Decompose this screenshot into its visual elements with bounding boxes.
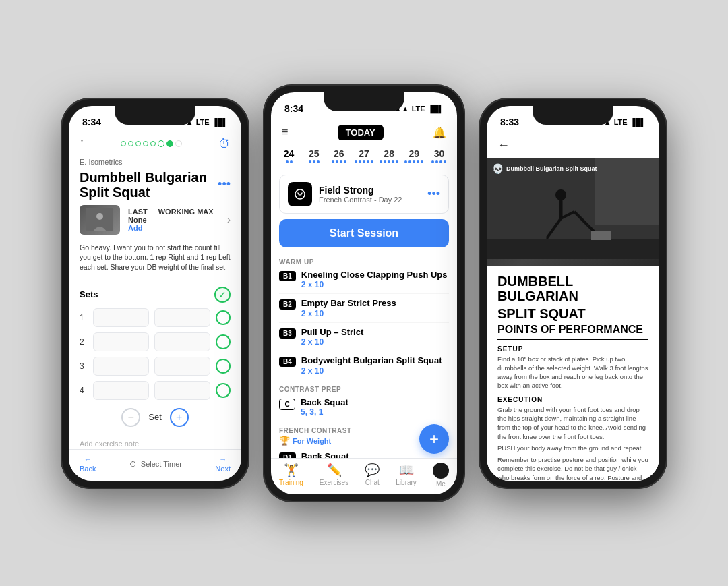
set-2-complete-icon[interactable] [216, 334, 231, 349]
exercise-item-b3[interactable]: B3 Pull Up – Strict 2 x 10 [279, 323, 449, 352]
time-phone3: 8:33 [500, 117, 519, 127]
exercise-item-b1[interactable]: B1 Kneeling Close Clapping Push Ups 2 x … [279, 266, 449, 295]
carrier-label: LTE [196, 118, 210, 126]
section-contrast-prep: CONTRAST PREP C Back Squat 5, 3, 1 [279, 380, 449, 422]
timer-icon[interactable]: ⏱ [218, 137, 231, 151]
set-row-1: 1 [69, 305, 241, 330]
dot-1 [121, 141, 126, 146]
chevron-right-icon[interactable]: › [227, 214, 231, 226]
svg-rect-5 [595, 158, 659, 225]
exercise-sets-b3: 2 x 10 [301, 337, 363, 347]
tab-chat[interactable]: 💬 Chat [365, 463, 380, 488]
remove-set-button[interactable]: − [121, 408, 140, 427]
tab-training[interactable]: 🏋 Training [279, 463, 303, 488]
exercise-info-b4: Bodyweight Bulgarian Split Squat 2 x 10 [301, 355, 442, 376]
p2-header: ≡ TODAY 🔔 [271, 119, 457, 143]
svg-point-2 [299, 194, 301, 195]
set-3-complete-icon[interactable] [216, 359, 231, 374]
set-1-input-weight[interactable] [93, 308, 149, 327]
exercises-tab-icon: ✏️ [327, 463, 342, 477]
set-1-input-reps[interactable] [154, 308, 210, 327]
set-1-complete-icon[interactable] [216, 310, 231, 325]
execution-body-1: Grab the ground with your front foot toe… [497, 405, 648, 441]
calendar-day-27[interactable]: 27 [351, 146, 376, 166]
calendar-day-24[interactable]: 24 [276, 146, 301, 166]
calendar-day-25[interactable]: 25 [301, 146, 326, 166]
add-exercise-fab[interactable]: + [419, 424, 449, 454]
working-max-stat: WORKING MAX [158, 208, 214, 232]
set-4-input-weight[interactable] [93, 381, 149, 400]
set-3-input-reps[interactable] [154, 357, 210, 376]
back-button-p3[interactable]: ← [487, 133, 659, 158]
exercise-item-b4[interactable]: B4 Bodyweight Bulgarian Split Squat 2 x … [279, 351, 449, 380]
today-badge: TODAY [338, 125, 384, 140]
tab-library[interactable]: 📖 Library [396, 463, 417, 488]
last-stat: LAST None Add [128, 208, 148, 232]
add-link[interactable]: Add [128, 224, 142, 232]
exercise-badge-c: C [279, 399, 295, 410]
exercise-item-b2[interactable]: B2 Empty Bar Strict Press 2 x 10 [279, 294, 449, 323]
calendar-day-30[interactable]: 30 [427, 146, 452, 166]
calendar-day-29[interactable]: 29 [402, 146, 427, 166]
set-rows: 1 2 3 [69, 305, 241, 403]
set-4-complete-icon[interactable] [216, 383, 231, 398]
start-session-button[interactable]: Start Session [279, 219, 449, 247]
exercise-note[interactable]: Add exercise note [69, 434, 241, 450]
timer-label: Select Timer [141, 460, 182, 468]
timer-button[interactable]: ⏱ Select Timer [129, 460, 182, 468]
exercise-name-b4: Bodyweight Bulgarian Split Squat [301, 355, 442, 366]
workout-card[interactable]: Field Strong French Contrast - Day 22 ••… [279, 175, 449, 214]
add-set-button[interactable]: + [170, 408, 189, 427]
set-4-input-reps[interactable] [154, 381, 210, 400]
exercise-badge-b4: B4 [279, 357, 296, 367]
calendar-day-26[interactable]: 26 [326, 146, 351, 166]
exercise-title-row: Dumbbell Bulgarian Split Squat ••• [69, 169, 241, 205]
exercise-video[interactable]: ▶ 💀 Dumbbell Bulgarian Split Squat [487, 158, 659, 266]
time-phone2: 8:34 [284, 103, 303, 114]
exercise-title: Dumbbell Bulgarian Split Squat [80, 170, 218, 200]
exercise-info-b2: Empty Bar Strict Press 2 x 10 [301, 298, 396, 318]
chat-tab-icon: 💬 [365, 463, 380, 477]
tab-exercises[interactable]: ✏️ Exercises [320, 463, 348, 488]
exercise-sets-b2: 2 x 10 [301, 309, 396, 318]
workout-info: Field Strong French Contrast - Day 22 [319, 185, 421, 204]
exercise-name-b2: Empty Bar Strict Press [301, 298, 396, 309]
setup-heading: SETUP [497, 345, 648, 353]
skull-icon: 💀 [492, 163, 504, 174]
sets-label: Sets [80, 289, 98, 299]
workout-more-icon[interactable]: ••• [427, 187, 440, 201]
exercise-description: Go heavy. I want you to not start the co… [69, 240, 241, 278]
exercise-badge-b1: B1 [279, 271, 296, 281]
calendar-day-28[interactable]: 28 [377, 146, 402, 166]
options-menu-icon[interactable]: ••• [218, 177, 231, 192]
svg-point-6 [555, 189, 566, 200]
set-2-input-weight[interactable] [93, 332, 149, 351]
bottom-navigation: ← Back ⏱ Select Timer → Next [69, 449, 241, 481]
notification-bell-icon[interactable]: 🔔 [433, 126, 446, 139]
check-icon[interactable]: ✓ [214, 287, 231, 303]
last-label: LAST [128, 208, 148, 216]
execution-heading: EXECUTION [497, 396, 648, 403]
training-tab-icon: 🏋 [284, 463, 299, 477]
exercise-thumbnail[interactable] [80, 205, 120, 235]
carrier-label-p2: LTE [412, 105, 425, 113]
points-of-performance-title: POINTS OF PERFORMANCE [497, 324, 648, 340]
timer-clock-icon: ⏱ [129, 460, 137, 468]
set-3-input-weight[interactable] [93, 357, 149, 376]
exercise-item-c[interactable]: C Back Squat 5, 3, 1 [279, 393, 449, 422]
p1-nav-header: ˅ ⏱ [69, 133, 241, 155]
tab-me[interactable]: Me [433, 463, 449, 488]
collapse-icon[interactable]: ˅ [80, 138, 84, 149]
back-button[interactable]: ← Back [80, 455, 96, 473]
exercise-badge-b2: B2 [279, 299, 296, 310]
calendar-row: 24 25 [271, 143, 457, 169]
exercise-info-c: Back Squat 5, 3, 1 [301, 397, 348, 417]
next-button[interactable]: → Next [215, 455, 231, 473]
dot-6-active [158, 140, 164, 147]
battery-icon-p3: ▐█▌ [630, 118, 646, 126]
filter-icon[interactable]: ≡ [282, 126, 288, 138]
exercise-stats: LAST None Add WORKING MAX [128, 208, 219, 232]
exercise-info-b1: Kneeling Close Clapping Push Ups 2 x 10 [301, 270, 448, 290]
set-2-input-reps[interactable] [154, 332, 210, 351]
back-arrow-icon: ← [84, 455, 92, 463]
